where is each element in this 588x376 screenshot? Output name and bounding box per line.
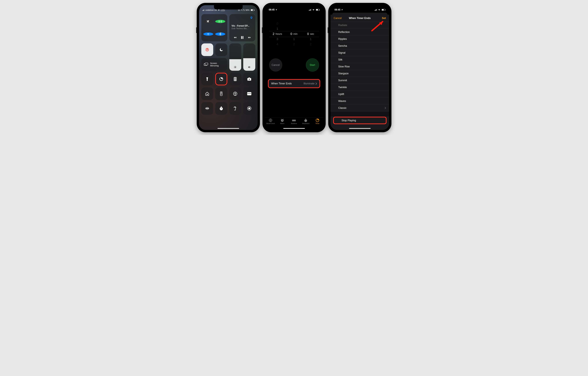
stop-playing-label: Stop Playing [342, 119, 356, 122]
stopwatch-button[interactable] [215, 102, 227, 115]
screen-mirroring-button[interactable]: Screen Mirroring [201, 58, 227, 71]
cellular-signal-icon [202, 9, 205, 11]
sound-option[interactable]: Ripples [331, 36, 389, 43]
alarm-icon [280, 118, 284, 122]
cancel-button[interactable]: Cancel [334, 17, 342, 20]
record-icon [247, 106, 252, 111]
airplane-icon [207, 20, 210, 23]
notch [214, 5, 243, 10]
sound-option[interactable]: Uplift [331, 91, 389, 98]
sound-option[interactable]: Signal [331, 49, 389, 56]
svg-point-32 [221, 94, 221, 94]
svg-rect-11 [242, 36, 243, 39]
status-time: 08:45 [335, 9, 340, 11]
voice-memos-button[interactable] [201, 102, 213, 115]
set-button[interactable]: Set [382, 17, 386, 20]
wallet-icon [247, 92, 252, 96]
svg-point-16 [207, 79, 208, 80]
home-indicator[interactable] [349, 128, 371, 129]
sound-option[interactable]: Reflection [331, 29, 389, 36]
volume-slider[interactable] [243, 44, 255, 71]
seconds-picker[interactable]: 0sec 1 2 [302, 21, 319, 50]
connectivity-panel[interactable] [201, 14, 227, 41]
wifi-icon [312, 9, 315, 11]
now-playing-panel[interactable]: Vis - Forest EP... Dub Techno Blo... [229, 14, 255, 41]
timer-button[interactable] [215, 73, 227, 85]
svg-rect-58 [376, 9, 377, 11]
sound-option[interactable]: Slow Rise [331, 63, 389, 70]
svg-point-53 [304, 119, 307, 122]
svg-rect-2 [204, 10, 204, 11]
home-indicator[interactable] [218, 128, 239, 129]
svg-point-31 [221, 92, 221, 93]
sound-option[interactable]: Radiate [331, 22, 389, 29]
minutes-picker[interactable]: 0min 1 2 [286, 21, 302, 50]
cellular-data-button[interactable] [215, 20, 225, 23]
cellular-signal-icon [309, 9, 311, 11]
svg-rect-57 [375, 10, 376, 11]
rotation-lock-icon [205, 48, 209, 52]
svg-point-9 [251, 17, 252, 18]
antenna-icon [219, 20, 222, 23]
svg-rect-52 [292, 120, 296, 120]
apple-tv-remote-button[interactable] [215, 87, 227, 100]
accessibility-button[interactable] [229, 87, 241, 100]
calculator-button[interactable] [229, 73, 241, 85]
svg-rect-45 [309, 10, 309, 11]
tab-bar: World Clock Alarm Bedtime Stopwatch Time… [265, 117, 323, 127]
tab-alarm[interactable]: Alarm [276, 118, 288, 127]
home-button[interactable] [201, 87, 213, 100]
cancel-button[interactable]: Cancel [269, 58, 282, 72]
do-not-disturb-button[interactable] [215, 44, 227, 56]
svg-point-27 [235, 80, 235, 80]
airplane-mode-button[interactable] [203, 20, 213, 23]
brightness-slider[interactable] [229, 44, 241, 71]
previous-track-button[interactable] [233, 36, 237, 39]
tab-stopwatch[interactable]: Stopwatch [300, 118, 312, 127]
battery-icon [315, 9, 319, 11]
tab-timer[interactable]: Timer [312, 118, 323, 127]
sound-option[interactable]: Twinkle [331, 84, 389, 91]
wifi-button[interactable] [203, 33, 213, 36]
sound-option-classic[interactable]: Classic [331, 105, 389, 111]
location-arrow-icon [241, 9, 242, 11]
svg-rect-47 [310, 9, 311, 11]
duration-picker[interactable]: 0 1 2hours 3 4 0min 1 2 0sec 1 2 [269, 21, 319, 50]
svg-rect-5 [243, 10, 243, 11]
sound-option[interactable]: Silk [331, 56, 389, 63]
hours-picker[interactable]: 0 1 2hours 3 4 [269, 21, 286, 50]
wifi-icon [207, 33, 210, 36]
sound-option[interactable]: Sencha [331, 43, 389, 49]
sound-option[interactable]: Stargaze [331, 70, 389, 77]
screen-recording-button[interactable] [243, 102, 255, 115]
wallet-button[interactable] [243, 87, 255, 100]
status-time: 08:45 [269, 9, 275, 11]
timer-icon [219, 77, 223, 81]
home-indicator[interactable] [283, 128, 305, 129]
tab-world-clock[interactable]: World Clock [265, 118, 277, 127]
stop-playing-row[interactable]: Stop Playing [333, 117, 387, 124]
phone-1-frame: vodafone UK VPN 56% [197, 3, 260, 132]
ear-icon [233, 106, 237, 111]
when-timer-ends-row[interactable]: When Timer Ends Illuminate [268, 79, 320, 88]
next-track-button[interactable] [248, 36, 251, 39]
svg-point-26 [234, 80, 235, 80]
orientation-lock-button[interactable] [201, 44, 213, 56]
hearing-button[interactable] [229, 102, 241, 115]
sound-list[interactable]: Radiate Reflection Ripples Sencha Signal… [331, 22, 389, 126]
svg-point-24 [235, 79, 235, 80]
tab-bedtime[interactable]: Bedtime [288, 118, 300, 127]
start-button[interactable]: Start [306, 58, 319, 72]
flashlight-icon [205, 77, 209, 81]
airplay-icon[interactable] [250, 16, 253, 19]
bluetooth-button[interactable] [215, 33, 225, 36]
sound-option[interactable]: Waves [331, 98, 389, 105]
camera-button[interactable] [243, 73, 255, 85]
battery-percent: 56% [245, 9, 249, 11]
svg-rect-46 [310, 10, 310, 11]
pause-button[interactable] [240, 36, 244, 39]
sound-option[interactable]: Summit [331, 77, 389, 84]
flashlight-button[interactable] [201, 73, 213, 85]
when-timer-ends-label: When Timer Ends [271, 82, 292, 85]
svg-point-37 [235, 93, 235, 93]
